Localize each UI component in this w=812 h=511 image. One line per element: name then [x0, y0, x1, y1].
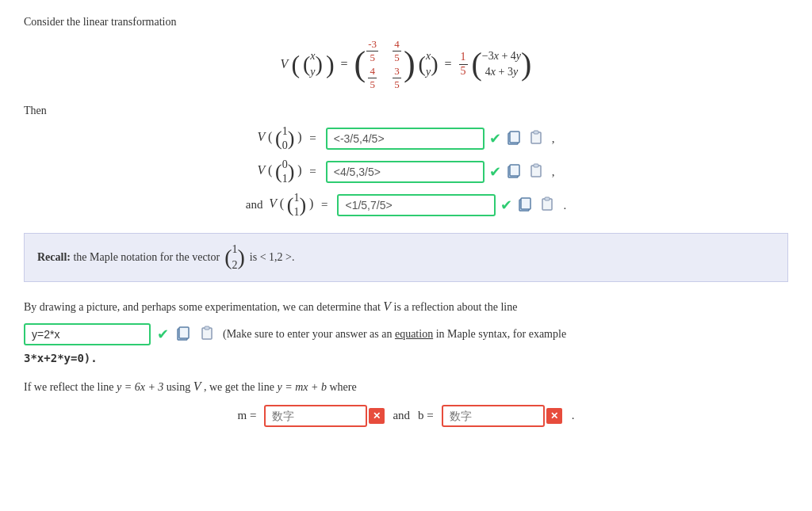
one-fifth: 1 5 — [459, 51, 468, 78]
eq3-label-before: and V ( ( 1 1 ) ) = — [246, 192, 333, 219]
vector-xy-1: ( x y ) — [303, 50, 323, 78]
m-input[interactable] — [264, 405, 367, 427]
result-vec: −3x + 4y 4x + 3y — [482, 50, 521, 78]
period-1: , — [552, 132, 555, 146]
lp4: ( — [472, 48, 482, 80]
left-paren-1: ( — [291, 51, 300, 77]
main-matrix: ( -3 5 4 5 — [354, 38, 416, 90]
drawing-text: By drawing a picture, and perhaps some e… — [24, 296, 788, 317]
m-clear-button[interactable]: ✕ — [369, 408, 385, 424]
svg-rect-11 — [545, 197, 550, 200]
rp3: ) — [431, 53, 438, 75]
eq2-check-icon: ✔ — [489, 163, 501, 181]
vector-xy-2: ( x y ) — [419, 50, 439, 78]
eq3-input[interactable] — [337, 194, 496, 216]
m-input-group: ✕ — [264, 405, 385, 427]
rp4: ) — [521, 48, 531, 80]
eq2-paste-icon[interactable] — [528, 163, 546, 181]
final-period: . — [572, 409, 575, 422]
eq3-copy-icon[interactable] — [517, 196, 534, 214]
reflection-copy-icon[interactable] — [175, 326, 193, 343]
eq2-label-before: V ( ( 0 1 ) ) = — [258, 158, 321, 185]
eq1-label-before: V ( ( 1 0 ) ) = — [258, 125, 321, 152]
lp: ( — [303, 53, 310, 75]
svg-rect-5 — [510, 165, 519, 176]
m-label: m = — [237, 409, 256, 422]
lp3: ( — [419, 53, 426, 75]
intro-text: Consider the linear transformation — [24, 16, 788, 29]
eq1-check-icon: ✔ — [489, 130, 501, 147]
equals-1: = — [341, 57, 348, 71]
eq1-copy-icon[interactable] — [506, 130, 523, 147]
reflection-row: ✔ (Make sure to enter your answer as an … — [24, 323, 788, 345]
period-3: . — [563, 199, 566, 212]
recall-suffix: is < 1,2 >. — [250, 251, 295, 264]
svg-rect-7 — [534, 164, 538, 167]
lp2: ( — [354, 47, 366, 82]
m-r1c2: 4 5 — [390, 38, 404, 63]
equation-row-1: V ( ( 1 0 ) ) = ✔ — [24, 125, 788, 152]
svg-rect-1 — [510, 132, 519, 143]
b-input[interactable] — [442, 405, 545, 427]
eq1-paste-icon[interactable] — [528, 130, 546, 147]
matrix-grid: -3 5 4 5 4 5 — [366, 38, 404, 90]
m-r2c2: 3 5 — [390, 65, 404, 90]
svg-rect-3 — [534, 131, 538, 134]
b-input-group: ✕ — [442, 405, 562, 427]
svg-rect-9 — [521, 198, 530, 209]
reflection-check-icon: ✔ — [157, 326, 169, 343]
eq2-input[interactable] — [326, 161, 485, 183]
then-text: Then — [24, 105, 788, 117]
reflection-input[interactable] — [24, 323, 151, 345]
equation-row-3: and V ( ( 1 1 ) ) = ✔ — [24, 192, 788, 219]
svg-rect-15 — [205, 326, 209, 330]
make-sure-text: (Make sure to enter your answer as an eq… — [223, 328, 566, 341]
recall-bold-label: Recall: the Maple notation for the vecto… — [37, 251, 220, 264]
svg-rect-13 — [179, 327, 189, 338]
result-matrix: ( −3x + 4y 4x + 3y ) — [472, 48, 532, 80]
rp: ) — [316, 53, 323, 75]
recall-vector: ( 1 2 ) — [224, 243, 245, 272]
eq3-check-icon: ✔ — [500, 196, 512, 214]
b-clear-button[interactable]: ✕ — [546, 408, 562, 424]
and-label: and — [393, 409, 410, 422]
V-label: V — [281, 57, 289, 71]
drawing-V: V — [383, 299, 391, 313]
m-r2c1: 4 5 — [366, 65, 379, 90]
m-b-row: m = ✕ and b = ✕ . — [24, 405, 788, 427]
b-label: b = — [418, 409, 434, 422]
recall-box: Recall: the Maple notation for the vecto… — [24, 233, 788, 282]
reflection-paste-icon[interactable] — [199, 326, 216, 343]
reflect-line-text: If we reflect the line y = 6x + 3 using … — [24, 376, 788, 397]
m-r1c1: -3 5 — [366, 38, 379, 63]
eq3-paste-icon[interactable] — [539, 196, 557, 214]
main-formula: V ( ( x y ) ) = ( -3 5 — [24, 38, 788, 90]
rp2: ) — [404, 47, 416, 82]
page-container: Consider the linear transformation V ( (… — [24, 16, 788, 427]
eq1-input[interactable] — [326, 128, 485, 150]
right-paren-1: ) — [326, 51, 335, 77]
period-2: , — [552, 166, 555, 179]
example-code-line: 3*x+2*y=0). — [24, 352, 788, 365]
eq2-copy-icon[interactable] — [506, 163, 523, 181]
equals-2: = — [444, 57, 451, 71]
equation-row-2: V ( ( 0 1 ) ) = ✔ — [24, 158, 788, 185]
